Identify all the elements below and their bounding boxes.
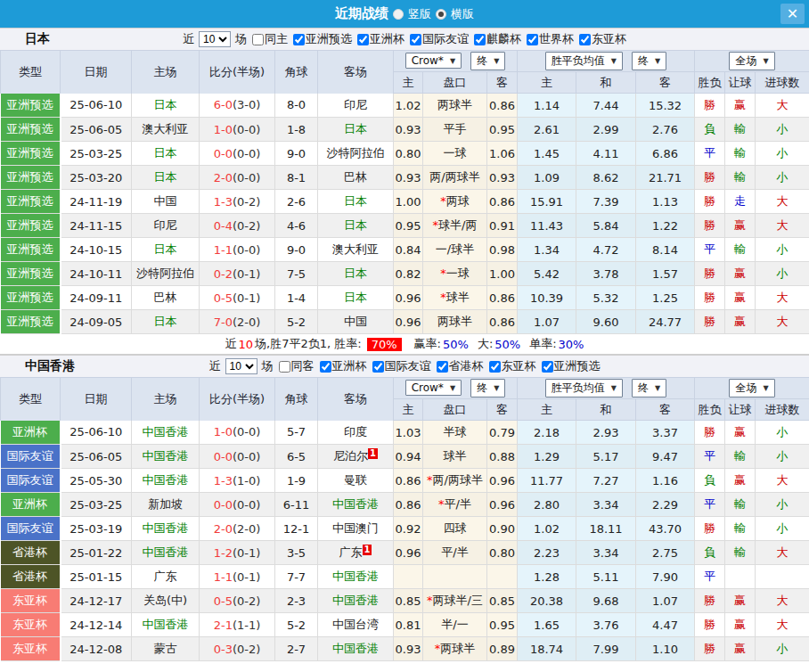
away-team: 日本 [318, 118, 394, 142]
vertical-layout-radio[interactable] [393, 9, 404, 20]
col-odds-away: 客 [487, 399, 518, 421]
cup-checkbox[interactable] [320, 361, 331, 373]
result-goals: 大 [756, 310, 809, 334]
home-team: 澳大利亚 [132, 118, 200, 142]
mean-away: 9.47 [636, 445, 695, 469]
odds-source-dropdown[interactable]: Crow*▼ [405, 53, 462, 69]
final-odds-dropdown[interactable]: 终▼ [470, 52, 505, 70]
cup-filter[interactable]: 国际友谊 [406, 31, 469, 47]
match-row: 东亚杯24-12-14中国香港2-1(1-1)5-2中国台湾0.81半/一0.9… [1, 613, 809, 637]
away-team: 中国香港 [318, 589, 394, 613]
mean-away: 1.22 [636, 214, 695, 238]
competition-type: 亚洲预选 [1, 238, 61, 262]
mean-away: 2.29 [636, 493, 695, 517]
odds-home: 0.93 [394, 166, 423, 190]
odds-away: 0.80 [487, 541, 518, 565]
odds-source-dropdown[interactable]: Crow*▼ [405, 380, 462, 396]
col-score: 比分(半场) [200, 51, 275, 94]
vertical-layout-label[interactable]: 竖版 [408, 6, 431, 22]
close-icon[interactable]: ✕ [780, 4, 805, 24]
caret-down-icon: ▼ [611, 57, 617, 65]
cup-checkbox[interactable] [527, 34, 538, 45]
cup-checkbox[interactable] [410, 34, 421, 45]
cup-checkbox[interactable] [579, 34, 591, 45]
cup-filter[interactable]: 亚洲预选 [290, 31, 352, 47]
col-away: 客场 [318, 51, 394, 94]
final-odds-dropdown[interactable]: 终▼ [470, 379, 505, 397]
match-count-select[interactable]: 10 [225, 358, 257, 374]
mean-home: 2.61 [518, 118, 576, 142]
cup-filter[interactable]: 省港杯 [433, 358, 484, 374]
cup-filter[interactable]: 亚洲预选 [538, 358, 601, 374]
away-team: 日本 [318, 286, 394, 310]
final-mean-dropdown[interactable]: 终▼ [632, 52, 666, 70]
col-handicap-result: 让球 [725, 399, 756, 421]
same-venue-checkbox[interactable] [279, 361, 290, 373]
result-wdl: 勝 [695, 190, 725, 214]
score-cell: 1-2(0-1) [200, 541, 275, 565]
result-wdl: 平 [695, 493, 725, 517]
cup-filter[interactable]: 国际友谊 [369, 358, 431, 374]
cup-filter[interactable]: 亚洲杯 [354, 31, 404, 47]
handicap-line: 两球半 [423, 310, 487, 334]
competition-type: 亚洲预选 [1, 190, 61, 214]
score-cell: 2-0(2-0) [200, 517, 275, 541]
final-mean-dropdown[interactable]: 终▼ [632, 379, 666, 397]
col-wdl: 胜负 [695, 399, 725, 421]
match-date: 24-11-15 [61, 214, 132, 238]
home-team: 印尼 [132, 214, 200, 238]
home-team: 中国香港 [132, 469, 200, 493]
scope-dropdown[interactable]: 全场▼ [729, 52, 774, 70]
mean-dropdown[interactable]: 胜平负均值▼ [545, 379, 623, 397]
same-venue-checkbox[interactable] [252, 34, 264, 45]
horizontal-layout-radio[interactable] [436, 9, 446, 20]
same-venue-filter[interactable]: 同主 [249, 31, 288, 47]
mean-dropdown[interactable]: 胜平负均值▼ [545, 52, 623, 70]
cup-filter[interactable]: 麒麟杯 [470, 31, 521, 47]
odds-away: 0.96 [487, 493, 518, 517]
col-mean-home: 主 [518, 399, 576, 421]
cup-checkbox[interactable] [489, 361, 501, 373]
mean-home: 5.42 [518, 262, 576, 286]
mean-home: 11.77 [518, 469, 576, 493]
cup-checkbox[interactable] [542, 361, 553, 373]
col-goals: 进球数 [756, 399, 809, 421]
mean-draw: 9.60 [576, 310, 636, 334]
match-row: 省港杯25-01-22中国香港1-2(0-1)3-5广东10.96平/半0.80… [1, 541, 809, 565]
cup-checkbox[interactable] [474, 34, 486, 45]
result-goals: 大 [756, 613, 809, 637]
result-handicap: 赢 [725, 214, 756, 238]
away-team: 印尼 [318, 94, 394, 118]
cup-filter[interactable]: 东亚杯 [486, 358, 536, 374]
result-handicap: 赢 [725, 286, 756, 310]
match-count-select[interactable]: 10 [199, 31, 231, 47]
result-goals: 大 [756, 190, 809, 214]
handicap-line: *球半 [423, 286, 487, 310]
competition-type: 亚洲预选 [1, 166, 61, 190]
cup-checkbox[interactable] [437, 361, 448, 373]
cup-filter[interactable]: 东亚杯 [576, 31, 626, 47]
mean-home: 18.74 [518, 637, 576, 661]
caret-down-icon: ▼ [494, 384, 499, 392]
home-team: 中国香港 [132, 613, 200, 637]
cup-checkbox[interactable] [293, 34, 305, 45]
result-wdl: 平 [695, 445, 725, 469]
result-wdl: 勝 [695, 637, 725, 661]
cup-filter[interactable]: 世界杯 [523, 31, 574, 47]
mean-home: 2.23 [518, 541, 576, 565]
rank-badge: 1 [363, 545, 372, 555]
cup-checkbox[interactable] [372, 361, 384, 373]
match-row: 亚洲预选25-03-20日本2-0(0-0)8-1巴林0.93两/两球半0.93… [1, 166, 809, 190]
cup-filter[interactable]: 亚洲杯 [316, 358, 367, 374]
handicap-line: *平/半 [423, 493, 487, 517]
win-rate-badge: 70% [367, 338, 402, 351]
same-venue-filter[interactable]: 同客 [275, 358, 315, 374]
result-handicap: 走 [725, 190, 756, 214]
result-handicap: 輸 [725, 238, 756, 262]
mean-home: 1.28 [518, 565, 576, 589]
titlebar: 近期战绩 竖版 横版 ✕ [0, 0, 809, 28]
horizontal-layout-label[interactable]: 横版 [451, 6, 474, 22]
cup-checkbox[interactable] [357, 34, 369, 45]
corner-score: 2-6 [275, 190, 318, 214]
scope-dropdown[interactable]: 全场▼ [729, 379, 774, 397]
